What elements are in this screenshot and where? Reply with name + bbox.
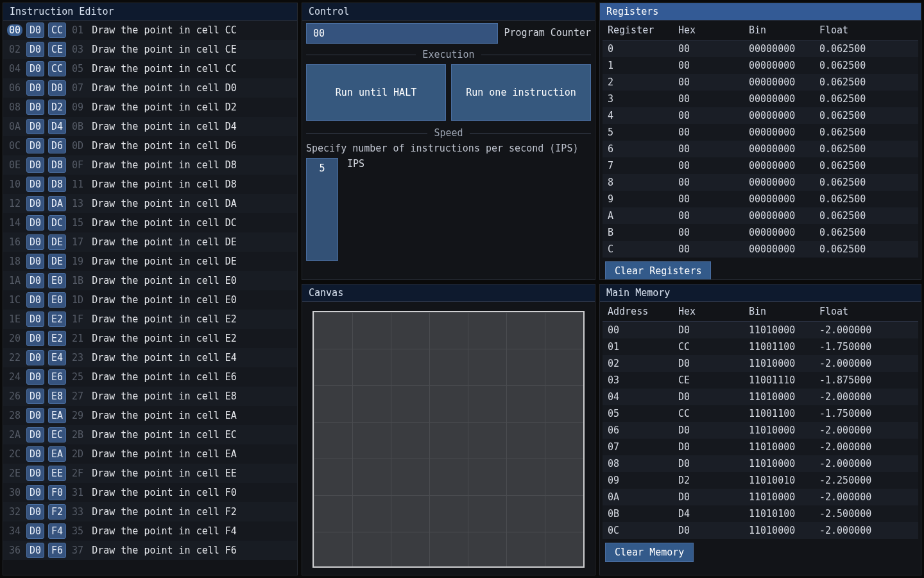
instruction-byte-0[interactable]: D0 xyxy=(26,138,44,153)
instruction-byte-0[interactable]: D0 xyxy=(26,369,44,385)
instruction-byte-0[interactable]: D0 xyxy=(26,350,44,365)
instruction-byte-0[interactable]: D0 xyxy=(26,485,44,500)
instruction-byte-1[interactable]: CC xyxy=(48,22,66,38)
memory-row[interactable]: 09D211010010-2.250000 xyxy=(603,472,918,489)
instruction-byte-0[interactable]: D0 xyxy=(26,466,44,481)
instruction-byte-1[interactable]: D0 xyxy=(48,80,66,96)
instruction-row[interactable]: 1ED0E21FDraw the point in cell E2 xyxy=(3,310,297,329)
instruction-byte-0[interactable]: D0 xyxy=(26,234,44,250)
memory-row[interactable]: 03CE11001110-1.875000 xyxy=(603,372,918,389)
memory-row[interactable]: 07D011010000-2.000000 xyxy=(603,439,918,455)
clear-memory-button[interactable]: Clear Memory xyxy=(605,543,694,562)
instruction-row[interactable]: 0ED0D80FDraw the point in cell D8 xyxy=(3,155,297,175)
memory-row[interactable]: 06D011010000-2.000000 xyxy=(603,422,918,439)
instruction-row[interactable]: 20D0E221Draw the point in cell E2 xyxy=(3,329,297,348)
instruction-byte-1[interactable]: F6 xyxy=(48,543,66,558)
instruction-byte-1[interactable]: EE xyxy=(48,466,66,481)
instruction-byte-1[interactable]: D6 xyxy=(48,138,66,153)
instruction-byte-0[interactable]: D0 xyxy=(26,157,44,173)
register-row[interactable]: C00000000000.062500 xyxy=(603,241,918,258)
register-row[interactable]: 600000000000.062500 xyxy=(603,141,918,157)
instruction-byte-0[interactable]: D0 xyxy=(26,504,44,520)
instruction-row[interactable]: 02D0CE03Draw the point in cell CE xyxy=(3,40,297,59)
ips-input[interactable]: 5 xyxy=(306,158,338,261)
instruction-byte-0[interactable]: D0 xyxy=(26,100,44,115)
instruction-byte-1[interactable]: E0 xyxy=(48,292,66,308)
register-row[interactable]: 200000000000.062500 xyxy=(603,74,918,91)
instruction-byte-1[interactable]: F4 xyxy=(48,523,66,539)
instruction-row[interactable]: 24D0E625Draw the point in cell E6 xyxy=(3,367,297,387)
clear-registers-button[interactable]: Clear Registers xyxy=(605,261,711,279)
instruction-byte-1[interactable]: F2 xyxy=(48,504,66,520)
instruction-byte-1[interactable]: EA xyxy=(48,446,66,462)
instruction-byte-0[interactable]: D0 xyxy=(26,119,44,134)
instruction-byte-1[interactable]: E8 xyxy=(48,389,66,404)
instruction-byte-1[interactable]: E0 xyxy=(48,273,66,288)
memory-row[interactable]: 00D011010000-2.000000 xyxy=(603,322,918,339)
instruction-row[interactable]: 2AD0EC2BDraw the point in cell EC xyxy=(3,425,297,444)
register-row[interactable]: A00000000000.062500 xyxy=(603,207,918,224)
instruction-row[interactable]: 30D0F031Draw the point in cell F0 xyxy=(3,483,297,502)
register-row[interactable]: 800000000000.062500 xyxy=(603,174,918,191)
instruction-byte-1[interactable]: D4 xyxy=(48,119,66,134)
memory-row[interactable]: 04D011010000-2.000000 xyxy=(603,389,918,405)
instruction-byte-1[interactable]: DE xyxy=(48,234,66,250)
memory-row[interactable]: 08D011010000-2.000000 xyxy=(603,455,918,472)
canvas-surface[interactable] xyxy=(312,311,585,568)
instruction-byte-0[interactable]: D0 xyxy=(26,61,44,76)
register-row[interactable]: 000000000000.062500 xyxy=(603,40,918,58)
instruction-byte-1[interactable]: E2 xyxy=(48,311,66,327)
run-one-instruction-button[interactable]: Run one instruction xyxy=(451,64,591,121)
instruction-row[interactable]: 36D0F637Draw the point in cell F6 xyxy=(3,541,297,560)
instruction-byte-0[interactable]: D0 xyxy=(26,523,44,539)
instruction-row[interactable]: 00D0CC01Draw the point in cell CC xyxy=(3,21,297,40)
instruction-byte-1[interactable]: F0 xyxy=(48,485,66,500)
instruction-row[interactable]: 0CD0D60DDraw the point in cell D6 xyxy=(3,136,297,155)
instruction-byte-1[interactable]: DC xyxy=(48,215,66,231)
register-row[interactable]: B00000000000.062500 xyxy=(603,224,918,241)
register-row[interactable]: 500000000000.062500 xyxy=(603,124,918,141)
instruction-row[interactable]: 16D0DE17Draw the point in cell DE xyxy=(3,232,297,252)
instruction-byte-1[interactable]: D8 xyxy=(48,177,66,192)
instruction-byte-1[interactable]: D2 xyxy=(48,100,66,115)
memory-row[interactable]: 01CC11001100-1.750000 xyxy=(603,338,918,355)
instruction-row[interactable]: 18D0DE19Draw the point in cell DE xyxy=(3,252,297,271)
instruction-byte-0[interactable]: D0 xyxy=(26,543,44,558)
register-row[interactable]: 900000000000.062500 xyxy=(603,191,918,207)
instruction-byte-0[interactable]: D0 xyxy=(26,273,44,288)
instruction-byte-1[interactable]: EC xyxy=(48,427,66,442)
memory-row[interactable]: 02D011010000-2.000000 xyxy=(603,355,918,372)
instruction-byte-0[interactable]: D0 xyxy=(26,254,44,269)
instruction-row[interactable]: 1AD0E01BDraw the point in cell E0 xyxy=(3,271,297,290)
memory-row[interactable]: 05CC11001100-1.750000 xyxy=(603,405,918,422)
instruction-byte-0[interactable]: D0 xyxy=(26,80,44,96)
instruction-byte-1[interactable]: E4 xyxy=(48,350,66,365)
register-row[interactable]: 400000000000.062500 xyxy=(603,107,918,124)
instruction-byte-1[interactable]: DE xyxy=(48,254,66,269)
instruction-byte-0[interactable]: D0 xyxy=(26,427,44,442)
instruction-byte-0[interactable]: D0 xyxy=(26,446,44,462)
register-row[interactable]: 100000000000.062500 xyxy=(603,57,918,74)
register-row[interactable]: 700000000000.062500 xyxy=(603,157,918,174)
memory-row[interactable]: 0AD011010000-2.000000 xyxy=(603,489,918,505)
instruction-byte-0[interactable]: D0 xyxy=(26,42,44,57)
instruction-byte-1[interactable]: E2 xyxy=(48,331,66,346)
instruction-row[interactable]: 1CD0E01DDraw the point in cell E0 xyxy=(3,290,297,310)
run-until-halt-button[interactable]: Run until HALT xyxy=(306,64,446,121)
instruction-row[interactable]: 2ED0EE2FDraw the point in cell EE xyxy=(3,464,297,483)
instruction-row[interactable]: 06D0D007Draw the point in cell D0 xyxy=(3,78,297,98)
instruction-row[interactable]: 34D0F435Draw the point in cell F4 xyxy=(3,521,297,541)
instruction-byte-0[interactable]: D0 xyxy=(26,215,44,231)
instruction-row[interactable]: 14D0DC15Draw the point in cell DC xyxy=(3,213,297,232)
instruction-byte-1[interactable]: DA xyxy=(48,196,66,211)
register-row[interactable]: 300000000000.062500 xyxy=(603,91,918,107)
instruction-row[interactable]: 28D0EA29Draw the point in cell EA xyxy=(3,406,297,425)
program-counter-input[interactable]: 00 xyxy=(306,23,498,44)
instruction-row[interactable]: 2CD0EA2DDraw the point in cell EA xyxy=(3,444,297,464)
memory-row[interactable]: 0CD011010000-2.000000 xyxy=(603,522,918,539)
instruction-byte-0[interactable]: D0 xyxy=(26,196,44,211)
memory-row[interactable]: 0BD411010100-2.500000 xyxy=(603,505,918,522)
instruction-byte-0[interactable]: D0 xyxy=(26,292,44,308)
instruction-byte-1[interactable]: EA xyxy=(48,408,66,423)
instruction-byte-1[interactable]: E6 xyxy=(48,369,66,385)
